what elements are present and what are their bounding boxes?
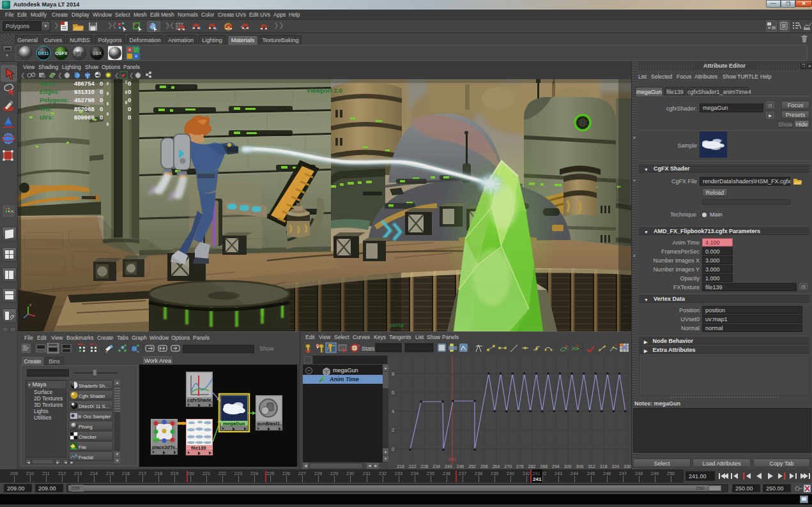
svg-text:0: 0 — [100, 114, 103, 121]
svg-text:222: 222 — [409, 464, 417, 469]
svg-text:❮: ❮ — [114, 72, 119, 79]
svg-text:252: 252 — [468, 464, 476, 469]
svg-text:931310: 931310 — [74, 88, 95, 95]
svg-text:❮: ❮ — [129, 72, 134, 79]
svg-text:SBX: SBX — [93, 51, 102, 56]
svg-text:486754: 486754 — [74, 80, 95, 87]
svg-text:8: 8 — [392, 371, 394, 377]
svg-text:gunBlast1...: gunBlast1... — [257, 421, 284, 427]
svg-text:2: 2 — [392, 427, 394, 433]
svg-text:4: 4 — [392, 409, 394, 414]
svg-text:SFX: SFX — [75, 51, 84, 56]
svg-text:0: 0 — [100, 88, 103, 95]
svg-text:234: 234 — [433, 464, 440, 469]
svg-text:0: 0 — [128, 96, 131, 103]
svg-text:240: 240 — [445, 464, 452, 469]
svg-text:CGFX: CGFX — [55, 51, 68, 56]
svg-text:0: 0 — [128, 114, 131, 121]
svg-text:270: 270 — [504, 464, 512, 469]
svg-text:Edges:: Edges: — [40, 88, 60, 95]
svg-text:264: 264 — [493, 464, 500, 469]
svg-text:241: 241 — [448, 457, 457, 462]
svg-text:place2dTe...: place2dTe... — [152, 444, 179, 450]
svg-text:324: 324 — [612, 464, 620, 469]
svg-text:megaGun: megaGun — [223, 421, 245, 427]
svg-text:0: 0 — [100, 96, 103, 103]
svg-text:294: 294 — [552, 464, 560, 469]
svg-text:0: 0 — [128, 88, 131, 95]
svg-text:452798: 452798 — [74, 96, 95, 103]
svg-text:852068: 852068 — [74, 105, 95, 112]
svg-text:318: 318 — [600, 464, 608, 469]
svg-text:228: 228 — [421, 464, 429, 469]
svg-text:216: 216 — [397, 464, 404, 469]
svg-text:0: 0 — [100, 105, 103, 112]
svg-text:y: y — [29, 303, 31, 306]
svg-text:300: 300 — [564, 464, 572, 469]
svg-text:Verts:: Verts: — [40, 80, 56, 87]
svg-text:file139: file139 — [191, 445, 206, 451]
svg-text:❮: ❮ — [57, 72, 63, 79]
svg-text:0: 0 — [100, 80, 103, 87]
svg-text:246: 246 — [457, 464, 464, 469]
svg-text:282: 282 — [528, 464, 536, 469]
svg-text:0: 0 — [128, 105, 131, 112]
svg-text:6: 6 — [392, 390, 394, 395]
svg-text:258: 258 — [480, 464, 488, 469]
svg-text:Tris:: Tris: — [40, 105, 52, 112]
svg-text:288: 288 — [540, 464, 548, 469]
svg-text:Stats: Stats — [362, 345, 375, 352]
svg-text:312: 312 — [588, 464, 595, 469]
svg-text:330: 330 — [624, 464, 631, 469]
svg-text:609969: 609969 — [74, 114, 95, 121]
svg-text:Viewport 2.0: Viewport 2.0 — [307, 87, 342, 94]
svg-text:persp: persp — [390, 322, 404, 328]
svg-text:Polygons:: Polygons: — [40, 96, 69, 103]
svg-text:0: 0 — [128, 80, 131, 87]
svg-text:cgfxShade...: cgfxShade... — [187, 397, 215, 403]
svg-text:0: 0 — [392, 446, 394, 452]
svg-text:306: 306 — [576, 464, 583, 469]
svg-text:❮: ❮ — [20, 72, 26, 79]
svg-text:UVs:: UVs: — [40, 114, 54, 121]
svg-text:DX11: DX11 — [38, 51, 49, 56]
svg-text:276: 276 — [516, 464, 524, 469]
